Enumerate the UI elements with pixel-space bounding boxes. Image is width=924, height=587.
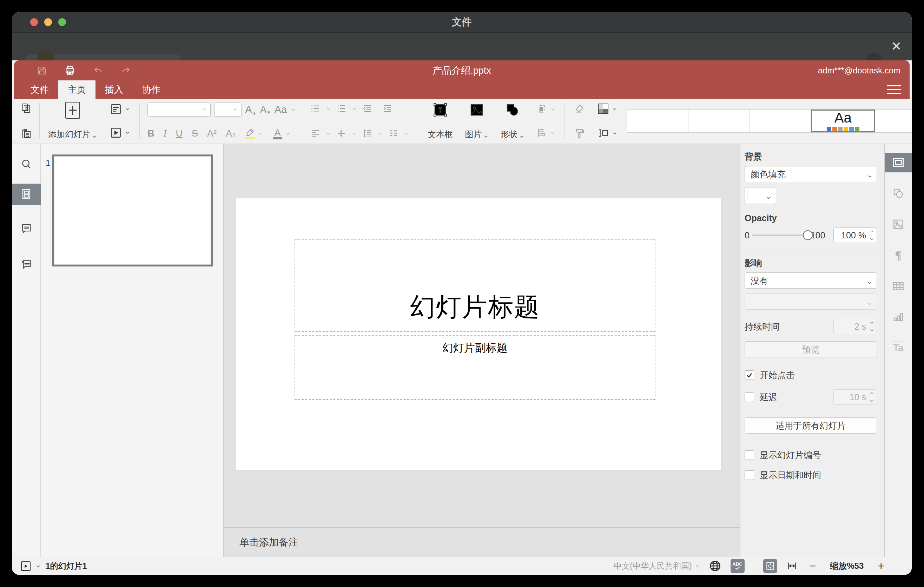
font-name-combo[interactable]: [147, 102, 211, 117]
opacity-slider-handle[interactable]: [803, 230, 813, 240]
show-date-checkbox[interactable]: 显示日期和时间: [744, 469, 877, 481]
spinner-arrows-icon[interactable]: [870, 391, 874, 403]
menu-icon[interactable]: [887, 84, 901, 96]
effect-select[interactable]: 没有: [744, 272, 877, 289]
theme-option-selected[interactable]: Aa: [811, 110, 875, 132]
increase-indent-icon[interactable]: [382, 103, 393, 114]
start-on-click-checkbox[interactable]: 开始点击: [744, 369, 877, 381]
theme-option-blank-1[interactable]: [627, 110, 688, 132]
subscript-button[interactable]: A₂: [226, 128, 236, 139]
columns-icon[interactable]: [388, 128, 398, 139]
zoom-out-button[interactable]: −: [810, 560, 816, 572]
tab-file[interactable]: 文件: [21, 81, 58, 99]
align-shapes-icon[interactable]: [536, 127, 547, 138]
opacity-value-input[interactable]: 100 %: [833, 228, 877, 243]
decrease-font-icon[interactable]: A▼: [260, 104, 271, 115]
background-color-swatch[interactable]: [744, 187, 776, 204]
spinner-arrows-icon[interactable]: [870, 321, 874, 332]
shape-settings-icon[interactable]: [885, 184, 912, 203]
theme-option-blank-4[interactable]: [875, 110, 912, 132]
slide-title-placeholder[interactable]: 幻灯片标题: [295, 239, 655, 332]
chevron-down-icon[interactable]: [290, 107, 296, 112]
paragraph-settings-icon[interactable]: ¶: [885, 246, 912, 265]
font-size-combo[interactable]: [214, 102, 241, 117]
chevron-down-icon[interactable]: [125, 106, 130, 112]
background-fill-select[interactable]: 颜色填充: [744, 166, 877, 182]
show-slide-number-box[interactable]: [744, 450, 754, 460]
delay-input[interactable]: 10 s: [833, 389, 877, 405]
slide-subtitle-placeholder[interactable]: 幻灯片副标题: [295, 335, 655, 400]
close-icon[interactable]: [889, 39, 903, 53]
chevron-down-icon[interactable]: [550, 130, 555, 135]
effect-type-select[interactable]: [744, 294, 877, 310]
slide-surface[interactable]: 幻灯片标题 幻灯片副标题: [236, 198, 721, 470]
tab-insert[interactable]: 插入: [96, 81, 133, 99]
slide-canvas[interactable]: 幻灯片标题 幻灯片副标题: [224, 144, 740, 527]
increase-font-icon[interactable]: A▲: [245, 104, 257, 115]
zoom-in-button[interactable]: +: [878, 560, 884, 572]
bold-button[interactable]: B: [147, 128, 155, 139]
image-settings-icon[interactable]: [885, 214, 912, 234]
delay-checkbox[interactable]: [744, 392, 754, 402]
chevron-down-icon[interactable]: [125, 130, 130, 135]
chevron-down-icon[interactable]: [325, 130, 331, 136]
line-spacing-icon[interactable]: [362, 128, 373, 139]
opacity-slider[interactable]: [752, 234, 808, 236]
copy-icon[interactable]: [20, 102, 31, 114]
insert-textbox-button[interactable]: 文本框: [427, 102, 453, 140]
chevron-down-icon[interactable]: [378, 130, 383, 136]
chat-icon[interactable]: [12, 253, 41, 274]
tab-home[interactable]: 主页: [58, 81, 96, 99]
tab-collaboration[interactable]: 协作: [133, 81, 170, 99]
color-scheme-icon[interactable]: [598, 104, 609, 114]
superscript-button[interactable]: A²: [207, 128, 216, 139]
theme-option-blank-2[interactable]: [688, 110, 750, 132]
language-selector[interactable]: 中文(中华人民共和国): [614, 561, 699, 572]
preview-button[interactable]: 预览: [744, 341, 877, 358]
arrange-shapes-icon[interactable]: [536, 104, 547, 114]
fit-to-width-icon[interactable]: [786, 560, 798, 572]
chevron-down-icon[interactable]: [351, 106, 357, 111]
chevron-down-icon[interactable]: [611, 106, 617, 112]
show-slide-number-checkbox[interactable]: 显示幻灯片编号: [744, 449, 877, 461]
duration-input[interactable]: 2 s: [833, 319, 877, 334]
chevron-down-icon[interactable]: [550, 106, 555, 112]
font-color-icon[interactable]: A: [272, 127, 283, 139]
notes-area[interactable]: 单击添加备注: [224, 527, 740, 557]
slide-thumbnail[interactable]: [52, 155, 213, 267]
comments-icon[interactable]: [12, 218, 41, 239]
insert-shape-button[interactable]: 形状: [501, 102, 525, 140]
spellcheck-icon[interactable]: ABC: [731, 559, 744, 573]
theme-option-blank-3[interactable]: [749, 110, 811, 132]
change-case-icon[interactable]: Aa: [274, 104, 287, 115]
chevron-down-icon[interactable]: [403, 130, 409, 136]
spinner-arrows-icon[interactable]: [870, 229, 874, 241]
horizontal-align-icon[interactable]: [310, 128, 320, 139]
underline-button[interactable]: U: [176, 128, 183, 139]
slide-size-icon[interactable]: [598, 127, 609, 139]
paste-icon[interactable]: [20, 128, 31, 139]
start-slideshow-status-icon[interactable]: [21, 561, 31, 571]
table-settings-icon[interactable]: [885, 276, 912, 296]
chart-settings-icon[interactable]: [885, 307, 912, 327]
chevron-down-icon[interactable]: [285, 130, 291, 136]
copy-style-icon[interactable]: [574, 127, 585, 139]
insert-image-button[interactable]: 图片: [465, 102, 489, 140]
apply-to-all-slides-button[interactable]: 适用于所有幻灯片: [744, 417, 877, 434]
start-slideshow-icon[interactable]: [110, 127, 122, 139]
show-date-box[interactable]: [744, 470, 754, 480]
strikethrough-button[interactable]: S: [192, 128, 198, 139]
clear-style-icon[interactable]: [574, 103, 585, 114]
numbered-list-icon[interactable]: [336, 103, 346, 114]
search-icon[interactable]: [12, 154, 41, 175]
textart-settings-icon[interactable]: Ta: [885, 338, 912, 358]
spellcheck-language-globe-icon[interactable]: [709, 560, 721, 572]
vertical-align-icon[interactable]: [336, 128, 346, 139]
chevron-down-icon[interactable]: [612, 130, 617, 136]
chevron-down-icon[interactable]: [351, 130, 357, 136]
chevron-down-icon[interactable]: [325, 106, 331, 111]
add-slide-button[interactable]: 添加幻灯片: [48, 102, 97, 140]
chevron-down-icon[interactable]: [258, 130, 263, 136]
decrease-indent-icon[interactable]: [362, 103, 373, 114]
fit-to-slide-icon[interactable]: [763, 559, 777, 573]
